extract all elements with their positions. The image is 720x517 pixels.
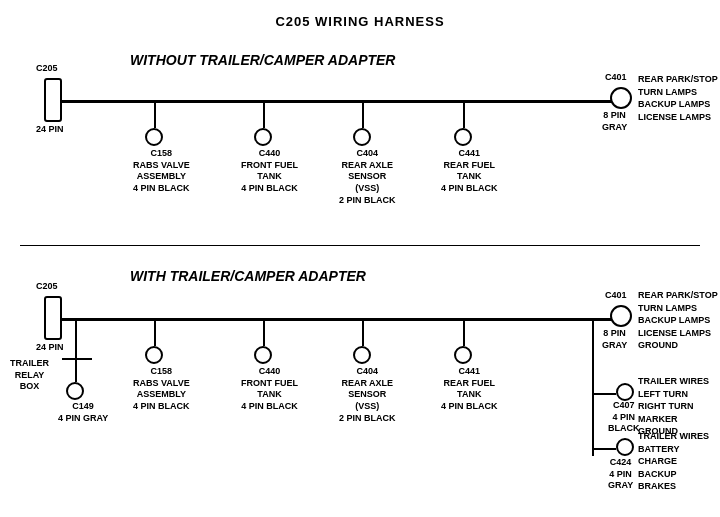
top-bus-line <box>62 100 622 103</box>
c401-top-label: C401 <box>605 72 627 84</box>
c205-bot-connector <box>44 296 62 340</box>
c440-bot-label: C440FRONT FUELTANK4 PIN BLACK <box>241 366 298 413</box>
diagram: C205 WIRING HARNESS WITHOUT TRAILER/CAMP… <box>0 0 720 517</box>
section2-label: WITH TRAILER/CAMPER ADAPTER <box>130 268 366 284</box>
c149-label: C1494 PIN GRAY <box>58 401 108 424</box>
c205-top-sublabel: 24 PIN <box>36 124 64 136</box>
c401-bot-sublabel: 8 PINGRAY <box>602 328 627 351</box>
c424-right-label: TRAILER WIRESBATTERY CHARGEBACKUPBRAKES <box>638 430 720 493</box>
c407-label: C4074 PINBLACK <box>608 400 640 435</box>
c407-right-label: TRAILER WIRESLEFT TURNRIGHT TURNMARKERGR… <box>638 375 709 438</box>
page-title: C205 WIRING HARNESS <box>0 6 720 29</box>
c401-top-sublabel: 8 PINGRAY <box>602 110 627 133</box>
c404-bot-label: C404REAR AXLESENSOR(VSS)2 PIN BLACK <box>339 366 396 424</box>
c404-bot-vline <box>362 318 364 346</box>
c440-bot-connector <box>254 346 272 364</box>
branch-vline <box>592 318 594 456</box>
trailer-relay-vline <box>75 318 77 358</box>
c158-top-label: C158RABS VALVEASSEMBLY4 PIN BLACK <box>133 148 190 195</box>
c158-top-vline <box>154 100 156 128</box>
c441-top-label: C441REAR FUELTANK4 PIN BLACK <box>441 148 498 195</box>
c401-top-connector <box>610 87 632 109</box>
c404-top-label: C404REAR AXLESENSOR(VSS)2 PIN BLACK <box>339 148 396 206</box>
c401-bot-label: C401 <box>605 290 627 302</box>
divider <box>20 245 700 246</box>
c205-top-label: C205 <box>36 63 58 75</box>
section1-label: WITHOUT TRAILER/CAMPER ADAPTER <box>130 52 395 68</box>
c149-vline <box>75 358 77 382</box>
c441-top-vline <box>463 100 465 128</box>
c441-bot-connector <box>454 346 472 364</box>
c404-top-vline <box>362 100 364 128</box>
c440-top-vline <box>263 100 265 128</box>
c441-bot-label: C441REAR FUELTANK4 PIN BLACK <box>441 366 498 413</box>
bot-bus-line <box>62 318 622 321</box>
c401-bot-right-label: REAR PARK/STOPTURN LAMPSBACKUP LAMPSLICE… <box>638 289 718 352</box>
c149-connector <box>66 382 84 400</box>
c158-bot-connector <box>145 346 163 364</box>
c205-bot-label: C205 <box>36 281 58 293</box>
c404-top-connector <box>353 128 371 146</box>
c424-hline <box>592 448 616 450</box>
c205-top-connector <box>44 78 62 122</box>
c440-top-connector <box>254 128 272 146</box>
c441-top-connector <box>454 128 472 146</box>
c404-bot-connector <box>353 346 371 364</box>
c158-bot-vline <box>154 318 156 346</box>
c401-top-right-label: REAR PARK/STOPTURN LAMPSBACKUP LAMPSLICE… <box>638 73 718 123</box>
trailer-relay-label: TRAILERRELAYBOX <box>10 358 49 393</box>
c407-connector <box>616 383 634 401</box>
c424-label: C4244 PINGRAY <box>608 457 633 492</box>
c205-bot-sublabel: 24 PIN <box>36 342 64 354</box>
c424-connector <box>616 438 634 456</box>
c158-bot-label: C158RABS VALVEASSEMBLY4 PIN BLACK <box>133 366 190 413</box>
c401-bot-connector <box>610 305 632 327</box>
c440-top-label: C440FRONT FUELTANK4 PIN BLACK <box>241 148 298 195</box>
trailer-relay-hline <box>62 358 92 360</box>
c441-bot-vline <box>463 318 465 346</box>
c407-hline <box>592 393 616 395</box>
c440-bot-vline <box>263 318 265 346</box>
c158-top-connector <box>145 128 163 146</box>
